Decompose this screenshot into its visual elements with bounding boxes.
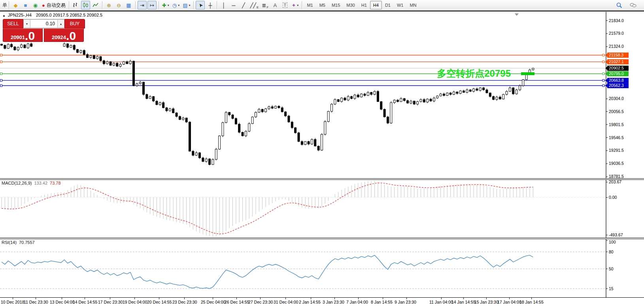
vertical-line-icon[interactable]: │ <box>219 1 228 9</box>
news-icon[interactable]: ◉ <box>31 1 40 9</box>
volume-decrease-button[interactable]: ▼ <box>23 19 30 28</box>
main-toolbar: 单 ◆■◉●自动交易⊕⊖▦⇥↦✚▾◷▾▨▾➤┼│─╱╱╱E≣FAT✦▾ M1M5… <box>0 0 644 11</box>
zoom-out-icon[interactable]: ⊖ <box>114 1 123 9</box>
macd-signal-line <box>2 183 533 234</box>
date-label: 11 Jan 04:00 <box>429 300 453 304</box>
price-tick-label: 20056.5 <box>609 109 624 114</box>
crosshair-icon[interactable]: ┼ <box>206 1 215 9</box>
arrows-icon[interactable]: ✦▾ <box>290 1 300 9</box>
date-label: 25 Dec 04:00 <box>201 300 225 304</box>
sell-price-frac: .0 <box>25 31 35 41</box>
sell-button[interactable]: SELL <box>3 19 23 28</box>
date-label: 31 Dec 04:00 <box>274 300 298 304</box>
date-label: 17 Dec 23:30 <box>98 300 123 304</box>
timeframe-m15[interactable]: M15 <box>329 1 343 9</box>
line-anchor[interactable] <box>602 85 604 87</box>
toolbar-separator <box>69 1 69 9</box>
buy-price[interactable]: 20924 .0 <box>44 28 84 42</box>
volume-increase-button[interactable]: ▲ <box>57 19 64 28</box>
chart-shift-icon[interactable]: ↦ <box>147 1 157 9</box>
timeframe-m1[interactable]: M1 <box>304 1 316 9</box>
indicators-icon[interactable]: ✚▾ <box>161 1 170 9</box>
line-anchor[interactable] <box>0 61 2 63</box>
time-axis: 10 Dec 201811 Dec 23:3013 Dec 04:0014 De… <box>0 297 644 306</box>
candlestick-chart-icon[interactable] <box>81 1 90 9</box>
price-tick-label: 18781.5 <box>609 174 624 178</box>
macd-axis-label: -493.67 <box>609 232 623 237</box>
line-anchor[interactable] <box>0 54 2 56</box>
date-tick <box>383 298 383 299</box>
macd-main-value: 133.42 <box>34 181 47 185</box>
search-icon[interactable] <box>615 1 624 9</box>
zoom-in-icon[interactable]: ⊕ <box>104 1 113 9</box>
bar-chart-icon[interactable] <box>71 1 80 9</box>
date-label: 8 Jan 14:55 <box>371 300 393 304</box>
rsi-indicator-pane[interactable]: 100805015 <box>0 239 644 297</box>
macd-axis-label: 0.00 <box>609 195 617 200</box>
autotrading-button[interactable]: ●自动交易 <box>41 1 67 9</box>
date-tick <box>334 298 335 299</box>
date-tick <box>509 298 510 299</box>
line-anchor[interactable] <box>602 79 604 81</box>
timeframe-mn[interactable]: MN <box>406 1 419 9</box>
new-order-icon[interactable]: ◆ <box>11 1 20 9</box>
annotation-text[interactable]: 多空转折点20795 <box>437 68 511 79</box>
timeframe-d1[interactable]: D1 <box>382 1 394 9</box>
text-icon[interactable]: A <box>270 1 280 9</box>
buy-price-main: 20924 <box>52 34 66 41</box>
line-anchor[interactable] <box>602 61 604 63</box>
toolbar-separator <box>102 1 102 9</box>
timeframe-m5[interactable]: M5 <box>316 1 329 9</box>
sell-price[interactable]: 20901 .0 <box>3 28 43 42</box>
price-chart[interactable]: 多空转折点2079521834.021579.021324.020304.020… <box>0 12 644 178</box>
templates-icon[interactable]: ▨▾ <box>181 1 191 9</box>
date-tick <box>531 298 532 299</box>
chat-icon[interactable] <box>629 1 638 9</box>
trendline-icon[interactable]: ╱ <box>239 1 248 9</box>
price-line-badge-label: 20795.0 <box>609 71 624 76</box>
chart-window: ▲ JPN225-,H4 20905.0 20917.5 20852.5 209… <box>0 11 644 306</box>
sell-price-main: 20901 <box>11 34 25 41</box>
date-label: 2 Jan 14:55 <box>299 300 321 304</box>
date-tick <box>285 298 286 299</box>
metaeditor-icon[interactable]: ■ <box>21 1 30 9</box>
line-anchor[interactable] <box>602 54 604 56</box>
price-line-badge-label: 20902.5 <box>609 66 624 70</box>
fibonacci-icon[interactable]: ≣F <box>261 1 270 9</box>
line-anchor[interactable] <box>0 79 2 81</box>
date-label: 10 Dec 2018 <box>1 300 25 304</box>
line-anchor[interactable] <box>602 73 604 75</box>
date-label: 14 Dec 14:55 <box>73 300 97 304</box>
volume-input[interactable]: 0.10 <box>30 19 57 28</box>
channel-icon[interactable]: ╱╱E <box>249 1 260 9</box>
text-label-icon[interactable]: T <box>280 1 289 9</box>
date-label: 26 Dec 14:55 <box>225 300 249 304</box>
timeframe-h4[interactable]: H4 <box>370 1 382 9</box>
line-chart-icon[interactable] <box>91 1 100 9</box>
buy-button[interactable]: BUY <box>64 19 85 28</box>
line-anchor[interactable] <box>0 73 2 75</box>
green-trend-segment[interactable] <box>521 72 534 75</box>
timeframe-m30[interactable]: M30 <box>343 1 358 9</box>
timeframe-w1[interactable]: W1 <box>394 1 407 9</box>
macd-label: MACD(12,26,9)133.4273.78 <box>2 181 61 185</box>
cursor-icon[interactable]: ➤ <box>196 1 205 9</box>
auto-scroll-icon[interactable]: ⇥ <box>138 1 147 9</box>
horizontal-line-icon[interactable]: ─ <box>229 1 238 9</box>
buy-price-frac: .0 <box>66 31 76 41</box>
rsi-level-label: 100 <box>609 240 616 244</box>
line-anchor[interactable] <box>0 85 2 87</box>
toolbar-separator <box>9 1 9 9</box>
date-label: 20 Dec 14:55 <box>147 300 172 304</box>
ohlc-values: 20905.0 20917.5 20852.5 20902.5 <box>36 13 102 17</box>
timeframe-h1[interactable]: H1 <box>358 1 370 9</box>
chart-title: ▲ JPN225-,H4 20905.0 20917.5 20852.5 209… <box>2 13 102 17</box>
macd-axis-label: 203.67 <box>609 179 621 184</box>
date-tick <box>441 298 442 299</box>
periods-icon[interactable]: ◷▾ <box>171 1 181 9</box>
date-tick <box>36 298 36 299</box>
date-tick <box>406 298 407 299</box>
price-tick-label: 21834.0 <box>609 18 624 23</box>
macd-indicator-pane[interactable]: 203.670.00-493.67 <box>0 179 644 238</box>
tile-windows-icon[interactable]: ▦ <box>124 1 133 9</box>
